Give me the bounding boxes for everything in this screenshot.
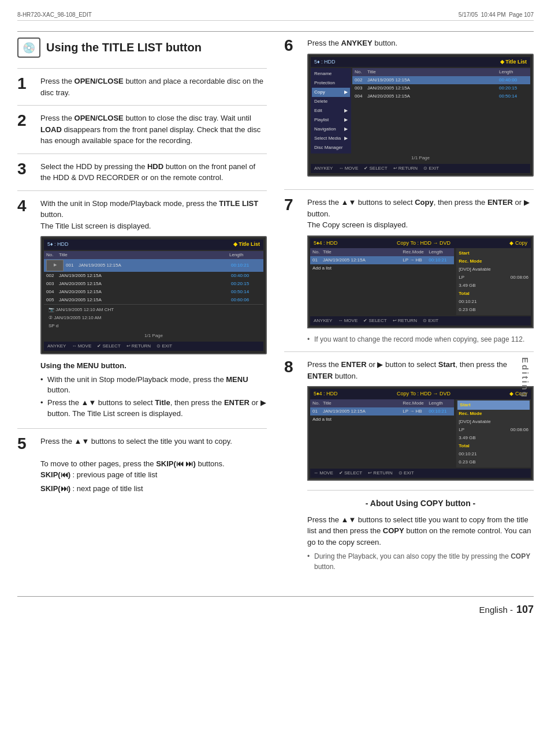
step-2-content: Press the OPEN/CLOSE button to close the… [40, 113, 267, 147]
step-8-number: 8 [284, 359, 300, 572]
footer-move: ↔ MOVE [72, 343, 91, 350]
info-row-2: ② JAN/19/2005 12:10 AM [46, 314, 261, 322]
copy-header-2: 5♦4 : HDD Copy To : HDD → DVD ◆ Copy [310, 389, 531, 399]
file-info-text: 8-HR720-XAC_98-108_EDIT [17, 12, 92, 18]
side-label: Editing [521, 357, 531, 399]
ccol-length: Length [429, 249, 452, 256]
copy-total-size: 0.23 GB [457, 306, 530, 314]
mcol-length: Length [499, 69, 528, 76]
skip-next: SKIP(⏭) : next page of title list [40, 483, 267, 495]
menu-screen-header: 5♦ : HDD ◆ Title List [311, 57, 530, 68]
screen-col-headers: No. Title Length [44, 251, 263, 259]
crow2-no-1: 01 [312, 408, 323, 415]
step-1: 1 Press the OPEN/CLOSE button and place … [17, 68, 267, 105]
screen-title: ◆ Title List [233, 241, 260, 249]
thumbnail-1: ▶ [46, 260, 64, 271]
menu-select-media: Select Media ▶ [312, 134, 350, 143]
copy2-dvd-available: [DVD] Available [457, 418, 530, 426]
step-1-number: 1 [17, 76, 33, 98]
copy-source-1: 5♦4 : HDD [314, 239, 338, 248]
file-info-bar: 8-HR720-XAC_98-108_EDIT 5/17/05 10:44 PM… [17, 12, 534, 21]
menu-button-section: Using the MENU button. With the unit in … [40, 360, 267, 419]
menu-page: 1/1 Page [311, 154, 530, 163]
row-no-4: 004 [46, 289, 59, 295]
mfooter-select: ✔ SELECT [364, 165, 387, 172]
cfooter-select: ✔ SELECT [363, 317, 386, 324]
skip-prev: SKIP(⏮) : previous page of title list [40, 469, 267, 481]
row-no-5: 005 [46, 297, 59, 304]
copy2-add-row: Add a list [310, 416, 454, 424]
cfooter-return: ↩ RETURN [393, 317, 418, 324]
lp-label: LP [459, 274, 464, 281]
row-no-1: 001 [66, 262, 79, 269]
footer-anykey: ANYKEY [47, 343, 66, 350]
copy2-row-1: 01 JAN/19/2005 12:15A LP → HB 00:10:21 [310, 407, 454, 416]
copy-table-header-1: No. Title Rec.Mode Length [310, 248, 454, 256]
menu-sidebar: Rename Protection Copy ▶ Delete Edit ▶ P… [311, 68, 351, 154]
copy-lp-row: LP 00:08:06 [457, 274, 530, 282]
total-time: 00:10:21 [459, 298, 476, 305]
right-column: 6 Press the ANYKEY button. 5♦ : HDD ◆ Ti… [284, 38, 534, 579]
mrow-length-1: 00:40:00 [499, 77, 528, 84]
copy-source-2: 5♦4 : HDD [314, 390, 338, 398]
cfooter2-return: ↩ RETURN [368, 470, 393, 477]
screen-row-3: 003 JAN/20/2005 12:15A 00:20:15 [44, 280, 263, 288]
about-copy-section: - About Using COPY button - Press the ▲▼… [307, 490, 534, 572]
copy-add-list: Add a list [312, 265, 332, 272]
copy-header-1: 5♦4 : HDD Copy To : HDD → DVD ◆ Copy [310, 238, 531, 249]
top-divider [17, 31, 534, 32]
section-title-text: Using the TITLE LIST button [46, 41, 202, 54]
copy2-add-list: Add a list [312, 416, 332, 423]
screen-row-4: 004 JAN/20/2005 12:15A 00:50:14 [44, 288, 263, 296]
cfooter2-move: ↔ MOVE [314, 470, 333, 477]
row-title-3: JAN/20/2005 12:15A [59, 280, 231, 287]
copy2-total-label: Total [457, 442, 530, 450]
row-length-5: 00:60:06 [231, 297, 261, 304]
step-7: 7 Press the ▲▼ buttons to select Copy, t… [284, 189, 534, 351]
col-title: Title [59, 252, 229, 259]
total-size: 0.23 GB [459, 306, 475, 313]
crow2-recmode-1: LP → HB [403, 408, 429, 415]
step-2: 2 Press the OPEN/CLOSE button to close t… [17, 105, 267, 154]
screen-row-5: 005 JAN/20/2005 12:15A 00:60:06 [44, 296, 263, 304]
copy-screen-1: 5♦4 : HDD Copy To : HDD → DVD ◆ Copy No.… [307, 235, 534, 329]
step-6-number: 6 [284, 38, 300, 182]
mrow-title-2: JAN/20/2005 12:15A [367, 85, 499, 92]
menu-title: ◆ Title List [500, 58, 527, 66]
copy-row-1: 01 JAN/19/2005 12:15A LP → HB 00:10:21 [310, 256, 454, 264]
row-length-1: 00:10:21 [231, 262, 261, 269]
copy2-total-time: 00:10:21 [457, 450, 530, 458]
menu-bullet-1: With the unit in Stop mode/Playback mode… [40, 375, 267, 395]
menu-navigation: Navigation ▶ [312, 125, 350, 134]
lp2-label: LP [459, 426, 464, 433]
ccol-title: Title [323, 249, 403, 256]
step-3-content: Select the HDD by pressing the HDD butto… [40, 161, 267, 184]
disc-tray-icon: 💿 [23, 42, 35, 54]
col-no: No. [46, 252, 59, 259]
copy-start-label: Start [457, 249, 530, 257]
ccol2-title: Title [323, 400, 403, 407]
menu-delete: Delete [312, 97, 350, 106]
menu-protection: Protection [312, 78, 350, 88]
footer-select: ✔ SELECT [97, 343, 120, 350]
screen-row-2: 002 JAN/19/2005 12:15A 00:40:00 [44, 272, 263, 280]
col-length: Length [229, 252, 261, 259]
copy-total-time: 00:10:21 [457, 298, 530, 306]
about-copy-title: - About Using COPY button - [307, 497, 534, 510]
row-no-2: 002 [46, 272, 59, 279]
cfooter-exit: ⊙ EXIT [423, 317, 438, 324]
menu-edit: Edit ▶ [312, 106, 350, 115]
step-8-content: Press the ENTER or ▶ button to select St… [307, 359, 534, 572]
footer-return: ↩ RETURN [126, 343, 151, 350]
step-8: 8 Press the ENTER or ▶ button to select … [284, 351, 534, 579]
mcol-no: No. [355, 69, 367, 76]
page-number: 107 [516, 604, 534, 616]
step-6-content: Press the ANYKEY button. 5♦ : HDD ◆ Titl… [307, 38, 534, 182]
section-icon: 💿 [17, 38, 40, 58]
lp2-value: 00:08:06 [511, 426, 528, 433]
copy2-total-size: 0.23 GB [457, 458, 530, 466]
copy2-recmode-label: Rec. Mode [457, 410, 530, 418]
ccol-recmode: Rec.Mode [403, 249, 429, 256]
copy-body-1: No. Title Rec.Mode Length 01 JAN/19/2005… [310, 248, 531, 315]
screen-info-area: 📷 JAN/19/2005 12:10 AM CHT ② JAN/19/2005… [44, 304, 263, 331]
